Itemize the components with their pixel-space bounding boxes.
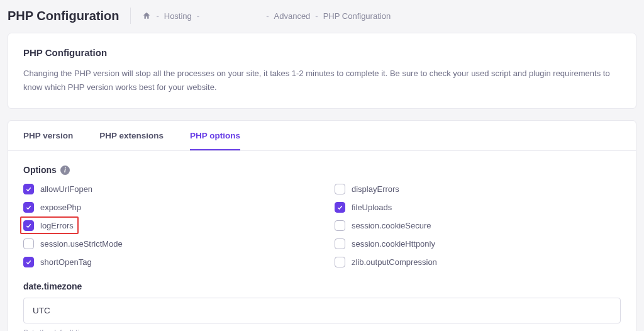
timezone-input[interactable] <box>23 298 621 323</box>
timezone-label: date.timezone <box>23 281 621 291</box>
breadcrumb-item: PHP Configuration <box>323 11 391 21</box>
timezone-helper: Sets the default timezone <box>23 328 621 331</box>
intro-text: Changing the PHP version will stop all t… <box>23 67 621 94</box>
page-title: PHP Configuration <box>8 9 119 23</box>
breadcrumb-sep: - <box>197 11 199 21</box>
breadcrumb: - Hosting - - Advanced - PHP Configurati… <box>142 11 391 21</box>
option-label: fileUploads <box>352 203 392 212</box>
info-icon[interactable]: i <box>60 166 70 175</box>
breadcrumb-sep: - <box>315 11 318 21</box>
checkbox[interactable] <box>335 184 345 194</box>
checkbox[interactable] <box>335 220 345 231</box>
option-label: session.useStrictMode <box>40 239 123 249</box>
options-card: PHP version PHP extensions PHP options O… <box>8 120 636 331</box>
tab-php-extensions[interactable]: PHP extensions <box>99 121 164 150</box>
option-row: session.cookieSecure <box>335 220 621 231</box>
option-row: logErrors <box>23 220 309 231</box>
intro-heading: PHP Configuration <box>23 47 621 58</box>
tab-php-options[interactable]: PHP options <box>190 121 240 150</box>
intro-card: PHP Configuration Changing the PHP versi… <box>8 33 636 109</box>
divider <box>130 8 131 24</box>
option-row: shortOpenTag <box>23 257 309 267</box>
option-row: session.useStrictMode <box>23 238 309 249</box>
option-row: zlib.outputCompression <box>335 257 621 267</box>
option-row: fileUploads <box>335 202 621 213</box>
options-heading: Options i <box>23 165 621 175</box>
checkbox[interactable] <box>335 257 345 267</box>
option-row: exposePhp <box>23 202 309 213</box>
option-label: displayErrors <box>352 184 399 194</box>
option-label: allowUrlFopen <box>40 184 92 194</box>
checkbox[interactable] <box>335 238 345 249</box>
breadcrumb-sep: - <box>266 11 269 21</box>
option-row: allowUrlFopen <box>23 184 309 194</box>
checkbox[interactable] <box>23 184 34 194</box>
checkbox[interactable] <box>23 257 34 267</box>
option-label: logErrors <box>40 221 74 230</box>
option-row: displayErrors <box>335 184 621 194</box>
option-label: zlib.outputCompression <box>352 257 437 267</box>
option-label: session.cookieHttponly <box>352 239 435 249</box>
option-label: session.cookieSecure <box>352 221 431 230</box>
breadcrumb-item[interactable]: Hosting <box>164 11 192 21</box>
option-label: exposePhp <box>40 203 81 212</box>
checkbox[interactable] <box>23 202 34 213</box>
checkbox[interactable] <box>23 238 34 249</box>
home-icon[interactable] <box>142 11 151 20</box>
tab-php-version[interactable]: PHP version <box>23 121 73 150</box>
checkbox[interactable] <box>23 220 34 231</box>
tabs: PHP version PHP extensions PHP options <box>8 121 636 151</box>
checkbox[interactable] <box>335 202 345 213</box>
breadcrumb-item[interactable]: Advanced <box>274 11 311 21</box>
option-row: session.cookieHttponly <box>335 238 621 249</box>
option-label: shortOpenTag <box>40 257 92 267</box>
breadcrumb-sep: - <box>156 11 158 21</box>
